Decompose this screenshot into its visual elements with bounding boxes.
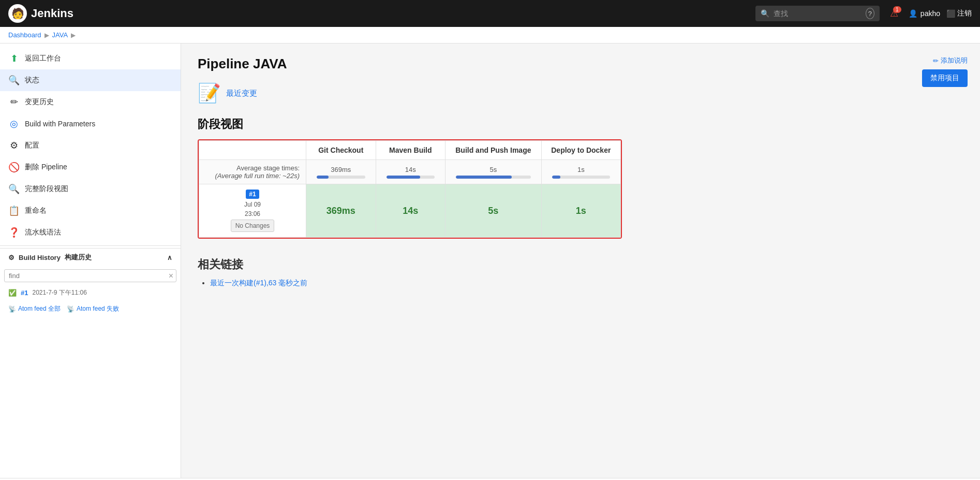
avg-label-cell: Average stage times: (Average full run t… bbox=[199, 160, 306, 184]
sidebar-label-build-params: Build with Parameters bbox=[25, 120, 95, 128]
build-history-header[interactable]: ⚙ Build History 构建历史 ∧ bbox=[0, 248, 181, 266]
stage-col-deploy: Deploy to Docker bbox=[541, 141, 620, 160]
related-link-1[interactable]: 最近一次构建(#1),63 毫秒之前 bbox=[210, 279, 307, 287]
sidebar-label-config: 配置 bbox=[25, 141, 39, 150]
config-icon: ⚙ bbox=[8, 140, 20, 151]
stage-col-empty bbox=[199, 141, 306, 160]
avg-time-build-push: 5s bbox=[446, 160, 542, 184]
build-history-chinese: 构建历史 bbox=[65, 253, 92, 262]
avg-time-maven: 14s bbox=[376, 160, 446, 184]
user-icon: 👤 bbox=[909, 9, 917, 18]
sidebar-label-status: 状态 bbox=[25, 76, 39, 85]
related-link-item-1: 最近一次构建(#1),63 毫秒之前 bbox=[210, 279, 963, 288]
sidebar-item-config[interactable]: ⚙ 配置 bbox=[0, 135, 181, 156]
progress-git bbox=[317, 176, 365, 179]
back-workspace-icon: ⬆ bbox=[8, 53, 20, 64]
stage-view-title: 阶段视图 bbox=[198, 117, 963, 132]
sidebar-label-syntax: 流水线语法 bbox=[25, 228, 61, 237]
avg-time-git: 369ms bbox=[306, 160, 376, 184]
notepad-icon: 📝 bbox=[198, 82, 221, 104]
page-title: Pipeline JAVA bbox=[198, 56, 963, 72]
build-status-icon: ✅ bbox=[8, 289, 17, 297]
sidebar-item-pipeline-syntax[interactable]: ❓ 流水线语法 bbox=[0, 222, 181, 243]
footer: https://bluecut.com... bbox=[0, 478, 980, 480]
main-layout: ⬆ 返回工作台 🔍 状态 ✏ 变更历史 ◎ Build with Paramet… bbox=[0, 43, 980, 478]
related-links-title: 相关链接 bbox=[198, 257, 963, 272]
stage-result-build-push[interactable]: 5s bbox=[446, 184, 542, 238]
syntax-icon: ❓ bbox=[8, 227, 20, 238]
notification-count: 1 bbox=[893, 6, 901, 13]
search-icon: 🔍 bbox=[761, 9, 769, 18]
main-content: ✏ 添加说明 禁用项目 Pipeline JAVA 📝 最近变更 阶段视图 Gi… bbox=[181, 43, 980, 478]
user-info[interactable]: 👤 pakho bbox=[909, 9, 940, 18]
avg-time-deploy: 1s bbox=[541, 160, 620, 184]
sidebar-label-change-history: 变更历史 bbox=[25, 97, 54, 107]
related-links-section: 相关链接 最近一次构建(#1),63 毫秒之前 bbox=[198, 257, 963, 288]
no-changes-badge: No Changes bbox=[231, 220, 275, 232]
rss-icon-full: 📡 bbox=[8, 306, 16, 313]
breadcrumb-java[interactable]: JAVA bbox=[52, 31, 68, 39]
build-row-info-cell: #1 Jul 09 23:06 No Changes bbox=[199, 184, 306, 238]
sidebar-item-delete-pipeline[interactable]: 🚫 删除 Pipeline bbox=[0, 156, 181, 178]
sidebar-item-status[interactable]: 🔍 状态 bbox=[0, 69, 181, 91]
build-params-icon: ◎ bbox=[8, 118, 20, 129]
sidebar-item-back-to-workspace[interactable]: ⬆ 返回工作台 bbox=[0, 48, 181, 69]
search-box[interactable]: 🔍 ? bbox=[755, 6, 880, 21]
disable-project-button[interactable]: 禁用项目 bbox=[922, 69, 968, 87]
sidebar: ⬆ 返回工作台 🔍 状态 ✏ 变更历史 ◎ Build with Paramet… bbox=[0, 43, 181, 478]
build-cell-info: #1 Jul 09 23:06 No Changes bbox=[205, 190, 300, 232]
average-row: Average stage times: (Average full run t… bbox=[199, 160, 621, 184]
right-actions: ✏ 添加说明 禁用项目 bbox=[922, 56, 968, 87]
stage-result-deploy[interactable]: 1s bbox=[541, 184, 620, 238]
logout-button[interactable]: ⬛ 注销 bbox=[946, 9, 972, 18]
build-date: 2021-7-9 下午11:06 bbox=[32, 288, 86, 297]
sidebar-label-delete: 删除 Pipeline bbox=[25, 163, 67, 172]
recent-changes-section: 📝 最近变更 bbox=[198, 82, 963, 104]
build-number: #1 bbox=[21, 289, 28, 297]
breadcrumb-sep2: ▶ bbox=[71, 32, 76, 39]
add-description-button[interactable]: ✏ 添加说明 bbox=[933, 56, 968, 65]
help-icon[interactable]: ? bbox=[866, 8, 874, 19]
delete-icon: 🚫 bbox=[8, 162, 20, 173]
stage-result-git[interactable]: 369ms bbox=[306, 184, 376, 238]
build-number-badge[interactable]: #1 bbox=[246, 190, 259, 199]
stage-col-build-push: Build and Push Image bbox=[446, 141, 542, 160]
build-history-left: ⚙ Build History 构建历史 bbox=[8, 253, 92, 262]
atom-feed-full[interactable]: 📡 Atom feed 全部 bbox=[8, 304, 61, 313]
jenkins-logo[interactable]: 🧑 Jenkins bbox=[8, 4, 73, 23]
top-nav: 🧑 Jenkins 🔍 ? ⚠ 1 👤 pakho ⬛ 注销 bbox=[0, 0, 980, 27]
progress-deploy bbox=[552, 176, 610, 179]
build-date-cell: Jul 09 bbox=[244, 201, 261, 208]
build-history-label: Build History bbox=[19, 254, 61, 261]
breadcrumb-dashboard[interactable]: Dashboard bbox=[8, 31, 41, 39]
build-history-gear-icon: ⚙ bbox=[8, 254, 14, 261]
find-box-container: × bbox=[0, 266, 181, 285]
sidebar-item-full-stage-view[interactable]: 🔍 完整阶段视图 bbox=[0, 178, 181, 200]
sidebar-item-change-history[interactable]: ✏ 变更历史 bbox=[0, 91, 181, 113]
breadcrumb: Dashboard ▶ JAVA ▶ bbox=[0, 27, 980, 43]
notification-badge[interactable]: ⚠ 1 bbox=[886, 5, 902, 22]
search-input[interactable] bbox=[774, 9, 862, 18]
sidebar-item-build-with-params[interactable]: ◎ Build with Parameters bbox=[0, 113, 181, 135]
sidebar-divider bbox=[0, 245, 181, 246]
sidebar-item-rename[interactable]: 📋 重命名 bbox=[0, 200, 181, 222]
rss-icon-fail: 📡 bbox=[67, 306, 75, 313]
stage-result-maven[interactable]: 14s bbox=[376, 184, 446, 238]
progress-build-push bbox=[456, 176, 531, 179]
build-row-1: #1 Jul 09 23:06 No Changes 369ms 14s 5s … bbox=[199, 184, 621, 238]
stage-table: Git Checkout Maven Build Build and Push … bbox=[199, 140, 621, 238]
find-clear-icon[interactable]: × bbox=[169, 272, 173, 280]
change-history-icon: ✏ bbox=[8, 96, 20, 108]
recent-changes-link[interactable]: 最近变更 bbox=[226, 89, 257, 98]
sidebar-label-full-stage: 完整阶段视图 bbox=[25, 184, 68, 194]
build-history-item[interactable]: ✅ #1 2021-7-9 下午11:06 bbox=[0, 285, 181, 300]
rename-icon: 📋 bbox=[8, 205, 20, 216]
find-input[interactable] bbox=[4, 269, 176, 282]
status-icon: 🔍 bbox=[8, 75, 20, 86]
sidebar-label-back: 返回工作台 bbox=[25, 54, 61, 63]
stage-col-git-checkout: Git Checkout bbox=[306, 141, 376, 160]
atom-links: 📡 Atom feed 全部 📡 Atom feed 失败 bbox=[0, 300, 181, 317]
atom-feed-fail[interactable]: 📡 Atom feed 失败 bbox=[67, 304, 119, 313]
related-links-list: 最近一次构建(#1),63 毫秒之前 bbox=[198, 279, 963, 288]
stage-view-container: Git Checkout Maven Build Build and Push … bbox=[198, 139, 622, 239]
